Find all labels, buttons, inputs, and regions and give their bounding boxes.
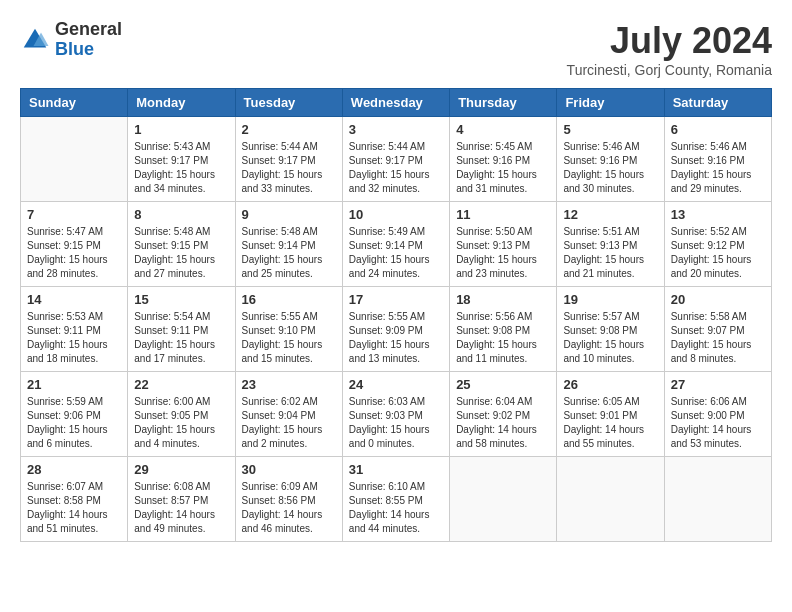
day-info: Sunrise: 5:56 AM Sunset: 9:08 PM Dayligh…: [456, 310, 550, 366]
day-info: Sunrise: 6:08 AM Sunset: 8:57 PM Dayligh…: [134, 480, 228, 536]
day-number: 30: [242, 462, 336, 477]
day-number: 3: [349, 122, 443, 137]
calendar-body: 1Sunrise: 5:43 AM Sunset: 9:17 PM Daylig…: [21, 117, 772, 542]
day-info: Sunrise: 6:05 AM Sunset: 9:01 PM Dayligh…: [563, 395, 657, 451]
day-info: Sunrise: 5:57 AM Sunset: 9:08 PM Dayligh…: [563, 310, 657, 366]
column-header-saturday: Saturday: [664, 89, 771, 117]
calendar-cell: [557, 457, 664, 542]
calendar-week-5: 28Sunrise: 6:07 AM Sunset: 8:58 PM Dayli…: [21, 457, 772, 542]
day-info: Sunrise: 6:10 AM Sunset: 8:55 PM Dayligh…: [349, 480, 443, 536]
day-info: Sunrise: 5:55 AM Sunset: 9:09 PM Dayligh…: [349, 310, 443, 366]
day-info: Sunrise: 5:54 AM Sunset: 9:11 PM Dayligh…: [134, 310, 228, 366]
column-header-wednesday: Wednesday: [342, 89, 449, 117]
day-number: 8: [134, 207, 228, 222]
calendar-cell: 21Sunrise: 5:59 AM Sunset: 9:06 PM Dayli…: [21, 372, 128, 457]
day-number: 20: [671, 292, 765, 307]
day-number: 18: [456, 292, 550, 307]
day-info: Sunrise: 5:51 AM Sunset: 9:13 PM Dayligh…: [563, 225, 657, 281]
logo-blue: Blue: [55, 40, 122, 60]
day-number: 21: [27, 377, 121, 392]
day-info: Sunrise: 6:03 AM Sunset: 9:03 PM Dayligh…: [349, 395, 443, 451]
day-number: 2: [242, 122, 336, 137]
day-info: Sunrise: 5:43 AM Sunset: 9:17 PM Dayligh…: [134, 140, 228, 196]
day-info: Sunrise: 6:06 AM Sunset: 9:00 PM Dayligh…: [671, 395, 765, 451]
day-number: 16: [242, 292, 336, 307]
day-number: 19: [563, 292, 657, 307]
calendar-cell: 28Sunrise: 6:07 AM Sunset: 8:58 PM Dayli…: [21, 457, 128, 542]
calendar-week-1: 1Sunrise: 5:43 AM Sunset: 9:17 PM Daylig…: [21, 117, 772, 202]
day-number: 12: [563, 207, 657, 222]
logo-text: General Blue: [55, 20, 122, 60]
calendar-cell: 3Sunrise: 5:44 AM Sunset: 9:17 PM Daylig…: [342, 117, 449, 202]
calendar-cell: [450, 457, 557, 542]
calendar-cell: 13Sunrise: 5:52 AM Sunset: 9:12 PM Dayli…: [664, 202, 771, 287]
calendar-cell: 6Sunrise: 5:46 AM Sunset: 9:16 PM Daylig…: [664, 117, 771, 202]
calendar-cell: 22Sunrise: 6:00 AM Sunset: 9:05 PM Dayli…: [128, 372, 235, 457]
day-info: Sunrise: 5:49 AM Sunset: 9:14 PM Dayligh…: [349, 225, 443, 281]
calendar-header: SundayMondayTuesdayWednesdayThursdayFrid…: [21, 89, 772, 117]
day-number: 4: [456, 122, 550, 137]
day-info: Sunrise: 5:47 AM Sunset: 9:15 PM Dayligh…: [27, 225, 121, 281]
calendar-cell: 5Sunrise: 5:46 AM Sunset: 9:16 PM Daylig…: [557, 117, 664, 202]
logo-general: General: [55, 20, 122, 40]
day-number: 31: [349, 462, 443, 477]
calendar-cell: [21, 117, 128, 202]
calendar-cell: 31Sunrise: 6:10 AM Sunset: 8:55 PM Dayli…: [342, 457, 449, 542]
day-number: 24: [349, 377, 443, 392]
day-info: Sunrise: 5:45 AM Sunset: 9:16 PM Dayligh…: [456, 140, 550, 196]
title-block: July 2024 Turcinesti, Gorj County, Roman…: [567, 20, 772, 78]
day-info: Sunrise: 6:00 AM Sunset: 9:05 PM Dayligh…: [134, 395, 228, 451]
calendar-cell: 12Sunrise: 5:51 AM Sunset: 9:13 PM Dayli…: [557, 202, 664, 287]
calendar-cell: 2Sunrise: 5:44 AM Sunset: 9:17 PM Daylig…: [235, 117, 342, 202]
day-info: Sunrise: 5:48 AM Sunset: 9:15 PM Dayligh…: [134, 225, 228, 281]
day-info: Sunrise: 5:53 AM Sunset: 9:11 PM Dayligh…: [27, 310, 121, 366]
calendar-week-4: 21Sunrise: 5:59 AM Sunset: 9:06 PM Dayli…: [21, 372, 772, 457]
day-number: 1: [134, 122, 228, 137]
column-header-tuesday: Tuesday: [235, 89, 342, 117]
location: Turcinesti, Gorj County, Romania: [567, 62, 772, 78]
calendar-cell: 26Sunrise: 6:05 AM Sunset: 9:01 PM Dayli…: [557, 372, 664, 457]
calendar-cell: 20Sunrise: 5:58 AM Sunset: 9:07 PM Dayli…: [664, 287, 771, 372]
calendar-cell: 1Sunrise: 5:43 AM Sunset: 9:17 PM Daylig…: [128, 117, 235, 202]
day-info: Sunrise: 5:46 AM Sunset: 9:16 PM Dayligh…: [671, 140, 765, 196]
calendar-cell: 4Sunrise: 5:45 AM Sunset: 9:16 PM Daylig…: [450, 117, 557, 202]
day-number: 29: [134, 462, 228, 477]
day-number: 10: [349, 207, 443, 222]
calendar-cell: 19Sunrise: 5:57 AM Sunset: 9:08 PM Dayli…: [557, 287, 664, 372]
calendar-cell: 23Sunrise: 6:02 AM Sunset: 9:04 PM Dayli…: [235, 372, 342, 457]
day-info: Sunrise: 5:48 AM Sunset: 9:14 PM Dayligh…: [242, 225, 336, 281]
column-header-thursday: Thursday: [450, 89, 557, 117]
column-header-friday: Friday: [557, 89, 664, 117]
calendar-cell: 7Sunrise: 5:47 AM Sunset: 9:15 PM Daylig…: [21, 202, 128, 287]
day-info: Sunrise: 5:59 AM Sunset: 9:06 PM Dayligh…: [27, 395, 121, 451]
day-number: 7: [27, 207, 121, 222]
column-header-monday: Monday: [128, 89, 235, 117]
day-number: 28: [27, 462, 121, 477]
calendar-week-3: 14Sunrise: 5:53 AM Sunset: 9:11 PM Dayli…: [21, 287, 772, 372]
calendar-cell: 25Sunrise: 6:04 AM Sunset: 9:02 PM Dayli…: [450, 372, 557, 457]
column-header-sunday: Sunday: [21, 89, 128, 117]
day-info: Sunrise: 5:44 AM Sunset: 9:17 PM Dayligh…: [349, 140, 443, 196]
day-info: Sunrise: 5:52 AM Sunset: 9:12 PM Dayligh…: [671, 225, 765, 281]
day-info: Sunrise: 6:09 AM Sunset: 8:56 PM Dayligh…: [242, 480, 336, 536]
page-header: General Blue July 2024 Turcinesti, Gorj …: [20, 20, 772, 78]
calendar-cell: 30Sunrise: 6:09 AM Sunset: 8:56 PM Dayli…: [235, 457, 342, 542]
calendar-cell: 24Sunrise: 6:03 AM Sunset: 9:03 PM Dayli…: [342, 372, 449, 457]
calendar-cell: 16Sunrise: 5:55 AM Sunset: 9:10 PM Dayli…: [235, 287, 342, 372]
calendar-cell: 15Sunrise: 5:54 AM Sunset: 9:11 PM Dayli…: [128, 287, 235, 372]
day-number: 27: [671, 377, 765, 392]
calendar-cell: 10Sunrise: 5:49 AM Sunset: 9:14 PM Dayli…: [342, 202, 449, 287]
calendar-cell: [664, 457, 771, 542]
day-number: 13: [671, 207, 765, 222]
calendar-week-2: 7Sunrise: 5:47 AM Sunset: 9:15 PM Daylig…: [21, 202, 772, 287]
day-info: Sunrise: 5:50 AM Sunset: 9:13 PM Dayligh…: [456, 225, 550, 281]
day-info: Sunrise: 5:58 AM Sunset: 9:07 PM Dayligh…: [671, 310, 765, 366]
calendar-cell: 29Sunrise: 6:08 AM Sunset: 8:57 PM Dayli…: [128, 457, 235, 542]
calendar-cell: 14Sunrise: 5:53 AM Sunset: 9:11 PM Dayli…: [21, 287, 128, 372]
calendar-cell: 11Sunrise: 5:50 AM Sunset: 9:13 PM Dayli…: [450, 202, 557, 287]
day-info: Sunrise: 5:55 AM Sunset: 9:10 PM Dayligh…: [242, 310, 336, 366]
day-number: 17: [349, 292, 443, 307]
day-number: 25: [456, 377, 550, 392]
calendar-cell: 9Sunrise: 5:48 AM Sunset: 9:14 PM Daylig…: [235, 202, 342, 287]
calendar-cell: 18Sunrise: 5:56 AM Sunset: 9:08 PM Dayli…: [450, 287, 557, 372]
